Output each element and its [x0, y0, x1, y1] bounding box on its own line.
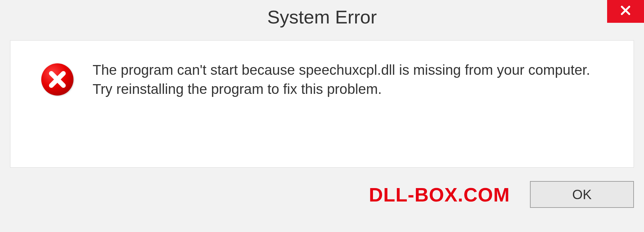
error-icon: [41, 63, 74, 96]
window-title: System Error: [267, 6, 377, 28]
dialog-content: The program can't start because speechux…: [10, 40, 634, 168]
close-icon: [619, 4, 632, 18]
watermark-text: DLL-BOX.COM: [369, 183, 510, 206]
titlebar: System Error: [0, 0, 644, 34]
ok-button[interactable]: OK: [530, 181, 634, 208]
error-message: The program can't start because speechux…: [93, 61, 596, 99]
dialog-footer: DLL-BOX.COM OK: [10, 168, 634, 221]
close-button[interactable]: [607, 0, 644, 23]
